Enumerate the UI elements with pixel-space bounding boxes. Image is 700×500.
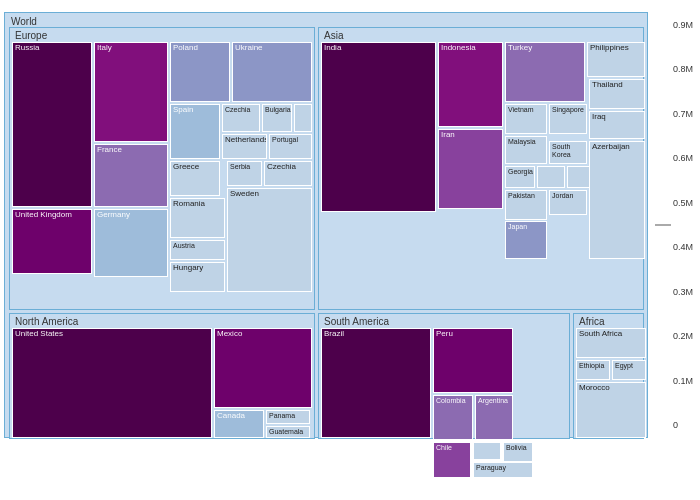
country-jordan[interactable]: Jordan: [549, 190, 587, 215]
country-label: Spain: [171, 105, 195, 116]
country-label: Austria: [171, 241, 197, 251]
country-argentina[interactable]: Argentina: [475, 395, 513, 440]
continent-label-africa: Africa: [576, 315, 608, 328]
country-label: Georgia: [506, 167, 535, 177]
country-label: Singapore: [550, 105, 586, 115]
country-morocco[interactable]: Morocco: [576, 382, 646, 438]
country-sweden[interactable]: Sweden: [227, 188, 312, 292]
country-france[interactable]: France: [94, 144, 168, 207]
treemap[interactable]: World EuropeRussiaItalyFranceGermanyPola…: [4, 12, 648, 438]
country-united-kingdom[interactable]: United Kingdom: [12, 209, 92, 274]
country-greece[interactable]: Greece: [170, 161, 220, 196]
country-peru[interactable]: Peru: [433, 328, 513, 393]
country-czechia2[interactable]: Czechia: [264, 161, 312, 186]
country-belgium[interactable]: [294, 104, 312, 132]
country-hungary[interactable]: Hungary: [170, 262, 225, 292]
country-label: Chile: [434, 443, 454, 453]
continent-europe[interactable]: EuropeRussiaItalyFranceGermanyPolandUkra…: [9, 27, 315, 310]
legend-bar: [655, 224, 671, 226]
country-label: Mexico: [215, 329, 244, 340]
continent-africa[interactable]: AfricaSouth AfricaEthiopiaEgyptMorocco: [573, 313, 644, 439]
country-label: Portugal: [270, 135, 300, 145]
country-mexico[interactable]: Mexico: [214, 328, 312, 408]
country-austria[interactable]: Austria: [170, 240, 225, 260]
country-label: Ukraine: [233, 43, 265, 54]
country-label: Japan: [506, 222, 529, 232]
continent-north_america[interactable]: North AmericaUnited StatesMexicoCanadaPa…: [9, 313, 315, 439]
country-label: Canada: [215, 411, 247, 422]
country-label: Czechia: [265, 162, 298, 173]
country-czechia[interactable]: Czechia: [222, 104, 260, 132]
legend-label: 0.5M: [673, 198, 693, 208]
country-label: Paraguay: [474, 463, 508, 473]
country-bolivia[interactable]: Bolivia: [503, 442, 533, 462]
country-vietnam[interactable]: Vietnam: [505, 104, 547, 134]
country-guatemala[interactable]: Guatemala: [266, 426, 310, 438]
legend-label: 0.9M: [673, 20, 693, 30]
country-label: Sweden: [228, 189, 261, 200]
country-label: Italy: [95, 43, 114, 54]
country-label: United States: [13, 329, 65, 340]
legend-label: 0.2M: [673, 331, 693, 341]
country-azerbaijan[interactable]: Azerbaijan: [589, 141, 645, 259]
country-ukraine[interactable]: Ukraine: [232, 42, 312, 102]
continent-south_america[interactable]: South AmericaBrazilPeruColombiaArgentina…: [318, 313, 570, 439]
country-label: Poland: [171, 43, 200, 54]
country-label: Iran: [439, 130, 457, 141]
country-ecuador[interactable]: [473, 442, 501, 460]
legend: 0.9M0.8M0.7M0.6M0.5M0.4M0.3M0.2M0.1M0: [652, 12, 696, 438]
continent-label-asia: Asia: [321, 29, 346, 42]
country-spain[interactable]: Spain: [170, 104, 220, 159]
country-colombia[interactable]: Colombia: [433, 395, 473, 440]
legend-label: 0.3M: [673, 287, 693, 297]
country-canada[interactable]: Canada: [214, 410, 264, 438]
country-label: Germany: [95, 210, 132, 221]
country-germany[interactable]: Germany: [94, 209, 168, 277]
country-paraguay[interactable]: Paraguay: [473, 462, 533, 478]
world-label: World: [7, 14, 41, 29]
country-label: Peru: [434, 329, 455, 340]
country-label: Malaysia: [506, 137, 538, 147]
country-label: Vietnam: [506, 105, 536, 115]
country-iraq[interactable]: Iraq: [589, 111, 645, 139]
continent-label-north_america: North America: [12, 315, 81, 328]
country-label: Guatemala: [267, 427, 305, 437]
country-poland[interactable]: Poland: [170, 42, 230, 102]
country-pakistan[interactable]: Pakistan: [505, 190, 547, 220]
country-label: Pakistan: [506, 191, 537, 201]
country-iran[interactable]: Iran: [438, 129, 503, 209]
country-russia[interactable]: Russia: [12, 42, 92, 207]
country-label: Iraq: [590, 112, 608, 123]
country-turkey[interactable]: Turkey: [505, 42, 585, 102]
country-singapore[interactable]: Singapore: [549, 104, 587, 134]
country-panama[interactable]: Panama: [266, 410, 310, 424]
country-indonesia[interactable]: Indonesia: [438, 42, 503, 127]
country-brazil[interactable]: Brazil: [321, 328, 431, 438]
country-chile[interactable]: Chile: [433, 442, 471, 478]
country-thailand[interactable]: Thailand: [589, 79, 645, 109]
country-portugal[interactable]: Portugal: [269, 134, 312, 159]
continent-asia[interactable]: AsiaIndiaIndonesiaTurkeyPhilippinesIranV…: [318, 27, 644, 310]
country-india[interactable]: India: [321, 42, 436, 212]
country-south-korea[interactable]: South Korea: [549, 141, 587, 164]
country-netherlands[interactable]: Netherlands: [222, 134, 267, 159]
continent-label-south_america: South America: [321, 315, 392, 328]
country-label: Indonesia: [439, 43, 478, 54]
country-malaysia[interactable]: Malaysia: [505, 136, 547, 164]
country-ethiopia[interactable]: Ethiopia: [576, 360, 610, 380]
country-italy[interactable]: Italy: [94, 42, 168, 142]
country-bulgaria[interactable]: Bulgaria: [262, 104, 292, 132]
country-philippines[interactable]: Philippines: [587, 42, 645, 77]
country-label: Czechia: [223, 105, 252, 115]
country-egypt[interactable]: Egypt: [612, 360, 646, 380]
country-united-states[interactable]: United States: [12, 328, 212, 438]
country-label: India: [322, 43, 343, 54]
country-south-africa[interactable]: South Africa: [576, 328, 646, 358]
country-romania[interactable]: Romania: [170, 198, 225, 238]
chart-area: World EuropeRussiaItalyFranceGermanyPola…: [0, 12, 700, 442]
country-label: United Kingdom: [13, 210, 74, 221]
country-georgia[interactable]: Georgia: [505, 166, 535, 188]
country-serbia[interactable]: Serbia: [227, 161, 262, 186]
country-japan[interactable]: Japan: [505, 221, 547, 259]
country-nepal[interactable]: [537, 166, 565, 188]
